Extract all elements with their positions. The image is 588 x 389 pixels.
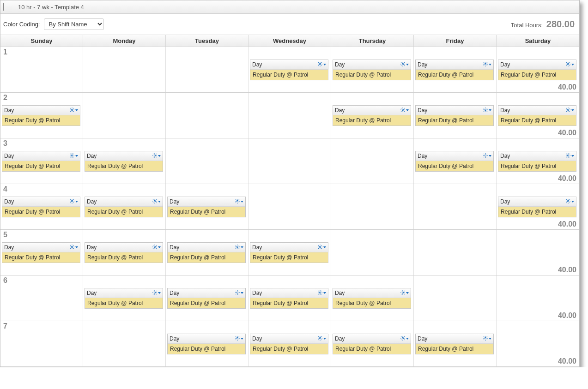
- day-cell[interactable]: 3DayRegular Duty @ Patrol: [0, 138, 83, 184]
- day-cell[interactable]: [331, 138, 414, 184]
- day-cell[interactable]: DayRegular Duty @ Patrol: [249, 47, 331, 92]
- shift-settings-button[interactable]: [152, 244, 161, 251]
- shift-settings-button[interactable]: [69, 153, 78, 160]
- day-cell[interactable]: [166, 138, 249, 184]
- day-cell[interactable]: DayRegular Duty @ Patrol: [414, 321, 497, 366]
- day-cell[interactable]: [83, 47, 166, 92]
- shift-settings-button[interactable]: [483, 61, 491, 68]
- shift-block[interactable]: DayRegular Duty @ Patrol: [85, 197, 163, 217]
- day-cell[interactable]: DayRegular Duty @ Patrol: [166, 230, 249, 275]
- shift-settings-button[interactable]: [565, 61, 574, 68]
- day-cell[interactable]: [414, 184, 497, 229]
- shift-settings-button[interactable]: [483, 335, 491, 342]
- shift-block[interactable]: DayRegular Duty @ Patrol: [250, 242, 328, 263]
- day-cell[interactable]: DayRegular Duty @ Patrol: [414, 93, 497, 138]
- day-cell[interactable]: DayRegular Duty @ Patrol: [331, 321, 414, 366]
- day-cell[interactable]: DayRegular Duty @ Patrol: [166, 275, 249, 321]
- shift-settings-button[interactable]: [152, 153, 161, 160]
- shift-block[interactable]: DayRegular Duty @ Patrol: [333, 105, 411, 126]
- shift-settings-button[interactable]: [69, 244, 78, 251]
- day-cell[interactable]: DayRegular Duty @ Patrol: [331, 93, 414, 138]
- shift-block[interactable]: DayRegular Duty @ Patrol: [2, 242, 80, 263]
- shift-block[interactable]: DayRegular Duty @ Patrol: [498, 105, 576, 126]
- day-cell[interactable]: [331, 230, 414, 275]
- shift-block[interactable]: DayRegular Duty @ Patrol: [333, 288, 411, 309]
- day-cell[interactable]: [166, 47, 249, 92]
- shift-block[interactable]: DayRegular Duty @ Patrol: [415, 151, 494, 172]
- shift-settings-button[interactable]: [69, 198, 78, 205]
- shift-block[interactable]: DayRegular Duty @ Patrol: [167, 334, 246, 354]
- shift-block[interactable]: DayRegular Duty @ Patrol: [415, 334, 494, 354]
- day-cell[interactable]: [249, 93, 331, 138]
- day-cell[interactable]: DayRegular Duty @ Patrol: [331, 275, 414, 321]
- shift-block[interactable]: DayRegular Duty @ Patrol: [85, 242, 163, 263]
- day-cell[interactable]: [83, 93, 166, 138]
- shift-block[interactable]: DayRegular Duty @ Patrol: [2, 105, 80, 126]
- shift-settings-button[interactable]: [317, 290, 326, 297]
- shift-block[interactable]: DayRegular Duty @ Patrol: [2, 197, 80, 217]
- shift-block[interactable]: DayRegular Duty @ Patrol: [85, 288, 163, 309]
- day-cell[interactable]: [83, 321, 166, 366]
- shift-block[interactable]: DayRegular Duty @ Patrol: [415, 60, 494, 80]
- shift-settings-button[interactable]: [483, 153, 491, 160]
- day-cell[interactable]: [166, 93, 249, 138]
- day-cell[interactable]: DayRegular Duty @ Patrol: [83, 275, 166, 321]
- shift-block[interactable]: DayRegular Duty @ Patrol: [250, 334, 328, 354]
- day-cell[interactable]: DayRegular Duty @ Patrol: [166, 321, 249, 366]
- day-cell[interactable]: DayRegular Duty @ Patrol: [83, 230, 166, 275]
- shift-block[interactable]: DayRegular Duty @ Patrol: [415, 105, 494, 126]
- shift-settings-button[interactable]: [235, 198, 243, 205]
- shift-settings-button[interactable]: [565, 198, 574, 205]
- shift-block[interactable]: DayRegular Duty @ Patrol: [2, 151, 80, 172]
- shift-settings-button[interactable]: [400, 290, 409, 297]
- shift-settings-button[interactable]: [317, 61, 326, 68]
- shift-block[interactable]: DayRegular Duty @ Patrol: [167, 288, 246, 309]
- day-cell[interactable]: [249, 184, 331, 229]
- day-cell[interactable]: DayRegular Duty @ Patrol: [166, 184, 249, 229]
- shift-block[interactable]: DayRegular Duty @ Patrol: [167, 242, 246, 263]
- shift-block[interactable]: DayRegular Duty @ Patrol: [498, 60, 576, 80]
- shift-settings-button[interactable]: [69, 107, 78, 114]
- day-cell[interactable]: [414, 275, 497, 321]
- shift-settings-button[interactable]: [317, 335, 326, 342]
- shift-settings-button[interactable]: [400, 335, 409, 342]
- shift-settings-button[interactable]: [317, 244, 326, 251]
- day-cell[interactable]: [414, 230, 497, 275]
- shift-settings-button[interactable]: [565, 107, 574, 114]
- shift-block[interactable]: DayRegular Duty @ Patrol: [498, 197, 576, 217]
- gear-icon: [69, 244, 75, 251]
- day-cell[interactable]: DayRegular Duty @ Patrol: [331, 47, 414, 92]
- shift-block[interactable]: DayRegular Duty @ Patrol: [85, 151, 163, 172]
- color-coding-select[interactable]: By Shift Name: [44, 18, 104, 30]
- shift-block[interactable]: DayRegular Duty @ Patrol: [250, 288, 328, 309]
- shift-settings-button[interactable]: [235, 244, 243, 251]
- day-cell[interactable]: 2DayRegular Duty @ Patrol: [0, 93, 83, 138]
- shift-settings-button[interactable]: [235, 335, 243, 342]
- shift-settings-button[interactable]: [400, 107, 409, 114]
- shift-block[interactable]: DayRegular Duty @ Patrol: [167, 197, 246, 217]
- day-cell[interactable]: [331, 184, 414, 229]
- shift-settings-button[interactable]: [565, 153, 574, 160]
- shift-settings-button[interactable]: [400, 61, 409, 68]
- day-cell[interactable]: 4DayRegular Duty @ Patrol: [0, 184, 83, 229]
- day-cell[interactable]: [249, 138, 331, 184]
- shift-block[interactable]: DayRegular Duty @ Patrol: [498, 151, 576, 172]
- shift-settings-button[interactable]: [152, 290, 161, 297]
- shift-settings-button[interactable]: [152, 198, 161, 205]
- day-cell[interactable]: 5DayRegular Duty @ Patrol: [0, 230, 83, 275]
- shift-block[interactable]: DayRegular Duty @ Patrol: [333, 60, 411, 80]
- day-cell[interactable]: DayRegular Duty @ Patrol: [83, 184, 166, 229]
- shift-settings-button[interactable]: [235, 290, 243, 297]
- shift-block[interactable]: DayRegular Duty @ Patrol: [250, 60, 328, 80]
- shift-block[interactable]: DayRegular Duty @ Patrol: [333, 334, 411, 354]
- day-cell[interactable]: DayRegular Duty @ Patrol: [249, 321, 331, 366]
- day-cell[interactable]: DayRegular Duty @ Patrol: [249, 275, 331, 321]
- day-cell[interactable]: 1: [0, 47, 83, 92]
- day-cell[interactable]: 7: [0, 321, 83, 366]
- day-cell[interactable]: DayRegular Duty @ Patrol: [249, 230, 331, 275]
- day-cell[interactable]: DayRegular Duty @ Patrol: [414, 47, 497, 92]
- day-cell[interactable]: DayRegular Duty @ Patrol: [83, 138, 166, 184]
- day-cell[interactable]: 6: [0, 275, 83, 321]
- day-cell[interactable]: DayRegular Duty @ Patrol: [414, 138, 497, 184]
- shift-settings-button[interactable]: [483, 107, 491, 114]
